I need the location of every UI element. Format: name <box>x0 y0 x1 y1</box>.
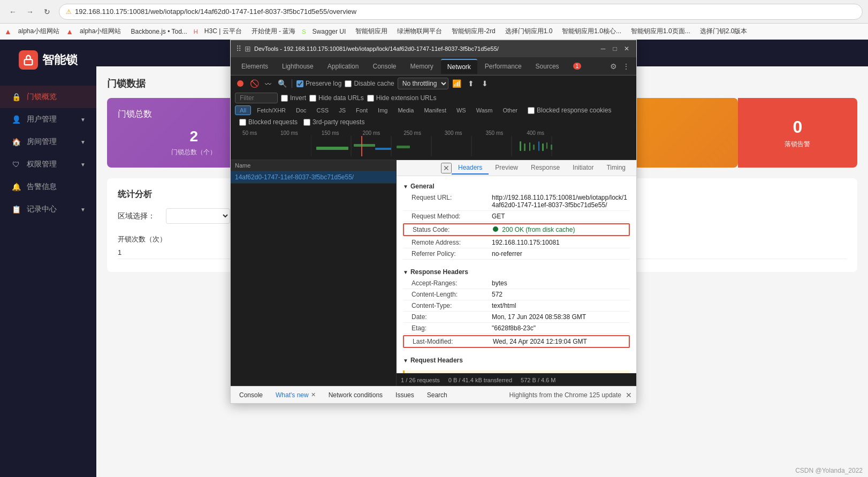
refresh-button[interactable]: ↻ <box>40 4 55 19</box>
close-details-button[interactable]: ✕ <box>441 163 452 173</box>
third-party-checkbox[interactable]: 3rd-party requests <box>303 118 364 126</box>
sidebar-item-records[interactable]: 📋 记录中心 ▼ <box>0 198 96 221</box>
throttle-icon[interactable]: 📶 <box>452 78 462 89</box>
filter-ws[interactable]: WS <box>452 106 470 115</box>
tab-headers[interactable]: Headers <box>452 162 489 175</box>
bookmark-h3c-icon: H <box>194 28 198 35</box>
throttle-select[interactable]: No throttling <box>398 78 448 89</box>
filter-js[interactable]: JS <box>334 106 350 115</box>
tab-timing[interactable]: Timing <box>600 162 632 175</box>
logo-text: 智能锁 <box>42 52 78 68</box>
sidebar-item-permissions[interactable]: 🛡 权限管理 ▼ <box>0 153 96 176</box>
region-select[interactable] <box>166 208 230 224</box>
tab-application[interactable]: Application <box>321 59 366 73</box>
issues-tab[interactable]: Issues <box>391 389 418 401</box>
filter-img[interactable]: Img <box>374 106 392 115</box>
bookmark-backbone[interactable]: Backbone.js • Tod... <box>127 27 190 36</box>
back-button[interactable]: ← <box>5 4 20 19</box>
more-icon[interactable]: ⋮ <box>620 60 632 73</box>
filter-manifest[interactable]: Manifest <box>420 106 451 115</box>
sidebar-item-alerts[interactable]: 🔔 告警信息 <box>0 176 96 198</box>
filter-wasm[interactable]: Wasm <box>472 106 497 115</box>
search-icon[interactable]: 🔍 <box>277 78 287 89</box>
tab-lighthouse[interactable]: Lighthouse <box>276 59 320 73</box>
response-headers-header[interactable]: Response Headers <box>403 266 630 278</box>
filter-other[interactable]: Other <box>498 106 522 115</box>
filter-css[interactable]: CSS <box>313 106 333 115</box>
filter-font[interactable]: Font <box>352 106 372 115</box>
hide-data-urls-input[interactable] <box>309 95 316 102</box>
blocked-cookies-input[interactable] <box>528 107 535 114</box>
tab-console[interactable]: Console <box>366 59 402 73</box>
bookmark-swagger[interactable]: Swagger UI <box>309 27 349 36</box>
accept-ranges-value: bytes <box>492 279 507 287</box>
general-header[interactable]: General <box>403 180 630 192</box>
bookmark-h3c[interactable]: H3C | 云平台 <box>201 26 245 37</box>
tab-memory[interactable]: Memory <box>404 59 440 73</box>
bookmark-iot4[interactable]: 智能钥应用1.0页面... <box>628 26 694 37</box>
tab-elements[interactable]: Elements <box>235 59 275 73</box>
bookmark-iot1[interactable]: 智能钥应用 <box>352 26 391 37</box>
blocked-cookies-checkbox[interactable]: Blocked response cookies <box>528 107 611 114</box>
blocked-cookies-label: Blocked response cookies <box>537 107 611 114</box>
tab-initiator[interactable]: Initiator <box>566 162 600 175</box>
filter-doc[interactable]: Doc <box>292 106 311 115</box>
bookmark-iot2[interactable]: 智能钥应用-2rd <box>448 26 498 37</box>
tab-performance[interactable]: Performance <box>478 59 528 73</box>
record-button[interactable] <box>235 78 246 89</box>
svg-rect-14 <box>520 141 521 151</box>
request-url-value: http://192.168.110.175:10081/web/iotapp/… <box>492 194 630 209</box>
invert-checkbox[interactable]: Invert <box>281 94 306 102</box>
console-tab[interactable]: Console <box>235 389 267 401</box>
bookmark-iot3[interactable]: 智能钥应用1.0核心... <box>559 26 625 37</box>
svg-rect-19 <box>542 143 544 151</box>
settings-icon[interactable]: ⚙ <box>608 60 619 73</box>
bookmark-greenland[interactable]: 绿洲物联网平台 <box>394 26 445 37</box>
hide-extension-urls-input[interactable] <box>367 95 374 102</box>
third-party-input[interactable] <box>303 119 310 126</box>
table-row[interactable]: 14af62d0-1747-11ef-8037-3f5bc71d5e55/ <box>231 171 396 184</box>
download-icon[interactable]: ⬇ <box>479 78 490 89</box>
close-bottombar-button[interactable]: ✕ <box>626 391 632 399</box>
tab-preview[interactable]: Preview <box>489 162 524 175</box>
filter-icon[interactable]: ⏖ <box>263 78 273 89</box>
blocked-requests-checkbox[interactable]: Blocked requests <box>239 118 298 126</box>
sidebar-item-users[interactable]: 👤 用户管理 ▼ <box>0 108 96 131</box>
disable-cache-input[interactable] <box>345 80 352 87</box>
sidebar-item-rooms[interactable]: 🏠 房间管理 ▼ <box>0 131 96 153</box>
whats-new-tab[interactable]: What's new ✕ <box>271 389 320 401</box>
preserve-log-input[interactable] <box>296 80 303 87</box>
remote-address-key: Remote Address: <box>412 239 492 246</box>
sidebar-item-overview[interactable]: 🔒 门锁概览 <box>0 86 96 108</box>
search-tab[interactable]: Search <box>423 389 452 401</box>
bookmark-select1[interactable]: 选择门钥应用1.0 <box>502 26 556 37</box>
preserve-log-checkbox[interactable]: Preserve log <box>296 80 341 87</box>
filter-media[interactable]: Media <box>393 106 418 115</box>
devtools-close-button[interactable]: ✕ <box>622 44 631 53</box>
bookmark-start[interactable]: 开始使用 - 蓝海 <box>248 26 299 37</box>
devtools-maximize-button[interactable]: □ <box>611 44 619 53</box>
rooms-icon: 🏠 <box>11 138 21 146</box>
network-conditions-tab[interactable]: Network conditions <box>324 389 387 401</box>
devtools-minimize-button[interactable]: ─ <box>599 44 607 53</box>
whats-new-close[interactable]: ✕ <box>311 391 316 398</box>
upload-icon[interactable]: ⬆ <box>466 78 476 89</box>
tab-network[interactable]: Network <box>441 59 477 74</box>
hide-data-urls-checkbox[interactable]: Hide data URLs <box>309 94 364 102</box>
invert-input[interactable] <box>281 95 288 102</box>
filter-all[interactable]: All <box>235 105 251 115</box>
bookmark-alpha2[interactable]: alpha小组网站 <box>77 26 124 37</box>
tab-sources[interactable]: Sources <box>529 59 566 73</box>
tab-response[interactable]: Response <box>524 162 566 175</box>
clear-button[interactable]: 🚫 <box>249 78 260 89</box>
disable-cache-checkbox[interactable]: Disable cache <box>345 80 394 87</box>
bookmark-select2[interactable]: 选择门钥2.0版本 <box>697 26 751 37</box>
address-bar[interactable]: ⚠ 192.168.110.175:10081/web/iotapp/lock/… <box>59 4 863 20</box>
blocked-requests-input[interactable] <box>239 119 246 126</box>
forward-button[interactable]: → <box>22 4 37 19</box>
hide-extension-urls-checkbox[interactable]: Hide extension URLs <box>367 94 437 102</box>
request-headers-header[interactable]: Request Headers <box>403 354 630 366</box>
filter-fetch-xhr[interactable]: Fetch/XHR <box>253 106 290 115</box>
filter-input[interactable] <box>235 93 278 103</box>
bookmark-alpha1[interactable]: alpha小组网站 <box>15 26 63 37</box>
